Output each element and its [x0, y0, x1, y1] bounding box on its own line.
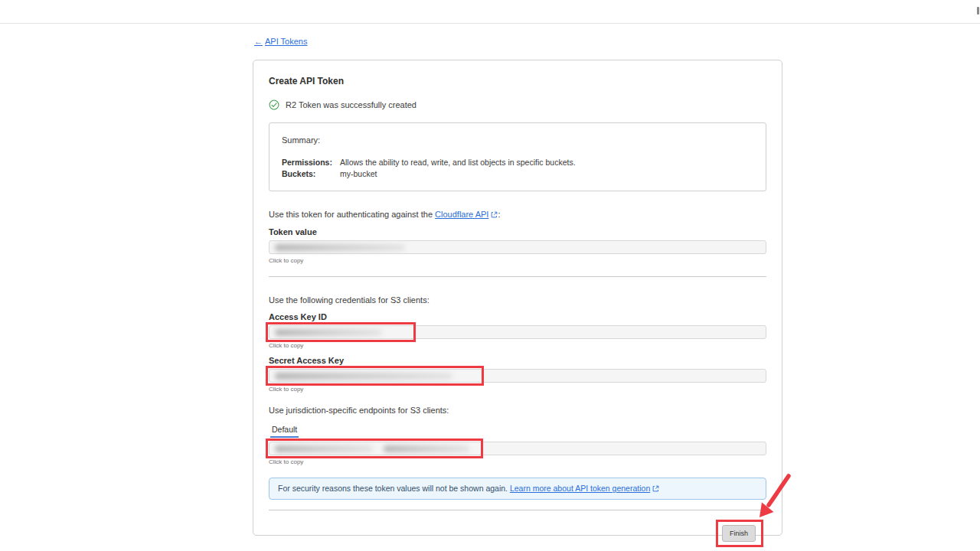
page-title: Create API Token — [269, 76, 766, 86]
summary-row-permissions: Permissions: Allows the ability to read,… — [282, 157, 753, 168]
access-key-copy-hint: Click to copy — [269, 342, 766, 349]
access-key-id-field[interactable] — [269, 325, 766, 339]
summary-box: Summary: Permissions: Allows the ability… — [269, 122, 766, 191]
finish-button[interactable]: Finish — [722, 525, 756, 542]
success-text: R2 Token was successfully created — [286, 100, 416, 109]
token-intro-text: Use this token for authenticating agains… — [269, 210, 766, 220]
create-api-token-card: Create API Token R2 Token was successful… — [253, 60, 782, 536]
permissions-label: Permissions: — [282, 157, 340, 168]
footer-divider — [269, 510, 766, 510]
s3-intro-text: Use the following credentials for S3 cli… — [269, 295, 766, 305]
learn-more-link[interactable]: Learn more about API token generation — [510, 484, 650, 493]
success-banner: R2 Token was successfully created — [269, 99, 766, 110]
summary-row-buckets: Buckets: my-bucket — [282, 168, 753, 180]
secret-access-key-field[interactable] — [269, 369, 766, 383]
back-arrow-icon: ← — [254, 37, 263, 46]
cloudflare-api-link[interactable]: Cloudflare API — [435, 210, 488, 219]
token-value-label: Token value — [269, 227, 766, 236]
back-to-api-tokens-link[interactable]: ← API Tokens — [254, 37, 307, 46]
s3-endpoint-field[interactable] — [269, 442, 766, 455]
endpoint-field-wrap — [269, 442, 766, 455]
top-bar — [0, 0, 980, 24]
summary-heading: Summary: — [282, 135, 753, 145]
jurisdiction-intro-text: Use jurisdiction-specific endpoints for … — [269, 406, 766, 415]
token-copy-hint: Click to copy — [269, 257, 766, 264]
permissions-value: Allows the ability to read, write, and l… — [340, 157, 576, 168]
page-content: ← API Tokens Create API Token R2 Token w… — [0, 24, 980, 551]
redacted-token-value — [275, 244, 405, 251]
buckets-label: Buckets: — [282, 168, 340, 180]
redacted-endpoint-part2 — [384, 445, 469, 452]
access-key-id-label: Access Key ID — [269, 312, 766, 321]
security-notice: For security reasons these token values … — [269, 478, 766, 500]
endpoint-copy-hint: Click to copy — [269, 458, 766, 465]
annotation-rect-finish: Finish — [716, 520, 763, 547]
secret-access-key-label: Secret Access Key — [269, 356, 766, 365]
finish-row: Finish — [269, 520, 766, 547]
token-value-field[interactable] — [269, 240, 766, 254]
section-divider — [269, 276, 766, 277]
secret-key-field-wrap — [269, 369, 766, 383]
redacted-secret-key — [275, 373, 452, 380]
token-intro-suffix: : — [498, 210, 500, 219]
security-notice-text: For security reasons these token values … — [278, 484, 510, 493]
success-check-icon — [269, 99, 279, 110]
window-edge-artifact — [977, 7, 979, 15]
buckets-value: my-bucket — [340, 168, 377, 180]
tab-default[interactable]: Default — [270, 425, 299, 438]
token-intro-prefix: Use this token for authenticating agains… — [269, 210, 435, 219]
redacted-endpoint-part1 — [275, 445, 373, 452]
summary-rows: Permissions: Allows the ability to read,… — [282, 157, 753, 180]
external-link-icon — [652, 484, 659, 494]
redacted-access-key — [275, 329, 382, 336]
token-value-field-wrap — [269, 240, 766, 254]
secret-key-copy-hint: Click to copy — [269, 386, 766, 393]
access-key-field-wrap — [269, 325, 766, 339]
back-link-label: API Tokens — [265, 37, 307, 46]
